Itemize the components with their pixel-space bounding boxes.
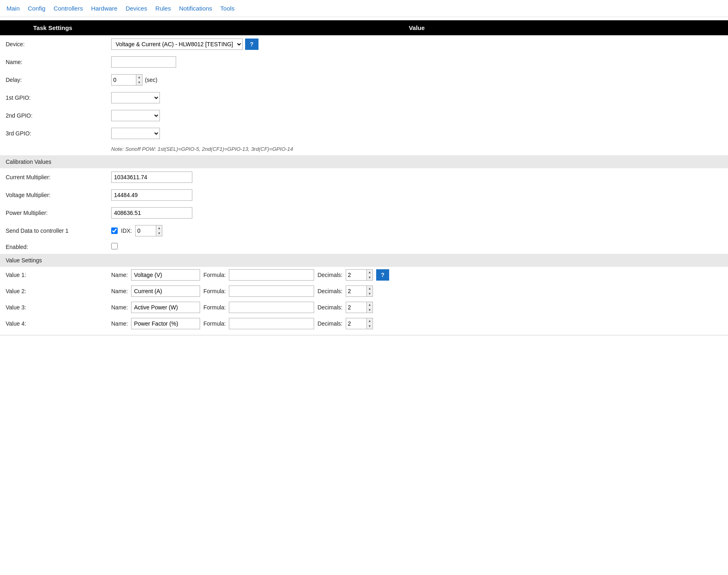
value2-decimals-label: Decimals: bbox=[317, 288, 342, 294]
device-help-button[interactable]: ? bbox=[245, 39, 258, 50]
value3-name-input[interactable] bbox=[131, 302, 200, 313]
delay-input[interactable] bbox=[112, 75, 136, 85]
device-label: Device: bbox=[0, 35, 106, 53]
gpio3-select[interactable] bbox=[111, 128, 160, 139]
nav-tools[interactable]: Tools bbox=[220, 5, 235, 12]
value2-row: Value 2: Name: Formula: Decimals: ▲ ▼ bbox=[0, 283, 728, 299]
device-row: Device: Voltage & Current (AC) - HLW8012… bbox=[0, 35, 728, 53]
idx-up-arrow[interactable]: ▲ bbox=[156, 225, 162, 231]
calibration-header-row: Calibration Values bbox=[0, 155, 728, 168]
value3-row: Value 3: Name: Formula: Decimals: ▲ ▼ bbox=[0, 299, 728, 315]
gpio2-label: 2nd GPIO: bbox=[0, 107, 106, 124]
value2-decimals-down[interactable]: ▼ bbox=[367, 291, 373, 296]
value4-row: Value 4: Name: Formula: Decimals: ▲ ▼ bbox=[0, 315, 728, 332]
idx-label: IDX: bbox=[121, 227, 132, 234]
value3-decimals-down[interactable]: ▼ bbox=[367, 307, 373, 313]
value4-value-cell: Name: Formula: Decimals: ▲ ▼ bbox=[106, 315, 728, 332]
enabled-checkbox[interactable] bbox=[111, 243, 118, 249]
value1-formula-label: Formula: bbox=[203, 272, 226, 278]
note-cell: Note: Sonoff POW: 1st(SEL)=GPIO-5, 2nd(C… bbox=[106, 142, 728, 155]
value2-formula-label: Formula: bbox=[203, 288, 226, 294]
send-data-label: Send Data to controller 1 bbox=[0, 222, 106, 240]
current-multiplier-row: Current Multiplier: bbox=[0, 168, 728, 186]
current-multiplier-label: Current Multiplier: bbox=[0, 168, 106, 186]
value2-decimals-up[interactable]: ▲ bbox=[367, 286, 373, 291]
voltage-multiplier-row: Voltage Multiplier: bbox=[0, 186, 728, 204]
send-data-checkbox[interactable] bbox=[111, 227, 118, 234]
gpio1-value-cell bbox=[106, 89, 728, 107]
idx-input[interactable] bbox=[136, 225, 156, 236]
voltage-multiplier-input[interactable] bbox=[111, 189, 192, 201]
value2-formula-input[interactable] bbox=[229, 285, 314, 297]
voltage-multiplier-label: Voltage Multiplier: bbox=[0, 186, 106, 204]
main-nav: Main Config Controllers Hardware Devices… bbox=[0, 0, 728, 17]
value4-name-label: Name: bbox=[111, 320, 128, 327]
value1-spinner-arrows: ▲ ▼ bbox=[366, 270, 373, 280]
gpio2-select[interactable] bbox=[111, 110, 160, 121]
value4-decimals-down[interactable]: ▼ bbox=[367, 324, 373, 329]
note-text: Note: Sonoff POW: 1st(SEL)=GPIO-5, 2nd(C… bbox=[111, 146, 293, 152]
value1-help-button[interactable]: ? bbox=[376, 269, 390, 281]
value2-decimals-input[interactable] bbox=[346, 286, 366, 296]
power-multiplier-row: Power Multiplier: bbox=[0, 204, 728, 222]
gpio2-row: 2nd GPIO: bbox=[0, 107, 728, 124]
value1-decimals-down[interactable]: ▼ bbox=[367, 275, 373, 280]
power-multiplier-value-cell bbox=[106, 204, 728, 222]
delay-value-cell: ▲ ▼ (sec) bbox=[106, 71, 728, 89]
value4-label: Value 4: bbox=[0, 315, 106, 332]
value3-decimals-up[interactable]: ▲ bbox=[367, 302, 373, 307]
power-multiplier-input[interactable] bbox=[111, 207, 192, 219]
value1-name-input[interactable] bbox=[131, 269, 200, 281]
name-row: Name: bbox=[0, 53, 728, 71]
current-multiplier-value-cell bbox=[106, 168, 728, 186]
value1-name-label: Name: bbox=[111, 272, 128, 278]
value4-decimals-label: Decimals: bbox=[317, 320, 342, 327]
value3-formula-label: Formula: bbox=[203, 304, 226, 311]
delay-up-arrow[interactable]: ▲ bbox=[136, 75, 142, 80]
value3-decimals-label: Decimals: bbox=[317, 304, 342, 311]
name-value-cell bbox=[106, 53, 728, 71]
device-value-cell: Voltage & Current (AC) - HLW8012 [TESTIN… bbox=[106, 35, 728, 53]
value1-formula-input[interactable] bbox=[229, 269, 314, 281]
nav-devices[interactable]: Devices bbox=[125, 5, 147, 12]
send-data-row: Send Data to controller 1 IDX: ▲ ▼ bbox=[0, 222, 728, 240]
value3-formula-input[interactable] bbox=[229, 302, 314, 313]
power-multiplier-label: Power Multiplier: bbox=[0, 204, 106, 222]
value-settings-header-row: Value Settings bbox=[0, 254, 728, 267]
send-data-value-cell: IDX: ▲ ▼ bbox=[106, 222, 728, 240]
value1-value-cell: Name: Formula: Decimals: ▲ ▼ ? bbox=[106, 267, 728, 283]
nav-controllers[interactable]: Controllers bbox=[54, 5, 83, 12]
value1-decimals-up[interactable]: ▲ bbox=[367, 270, 373, 275]
enabled-row: Enabled: bbox=[0, 240, 728, 254]
col1-header: Task Settings bbox=[0, 20, 106, 35]
current-multiplier-input[interactable] bbox=[111, 172, 192, 183]
value1-row: Value 1: Name: Formula: Decimals: ▲ ▼ ? bbox=[0, 267, 728, 283]
value4-name-input[interactable] bbox=[131, 318, 200, 329]
bottom-divider bbox=[0, 335, 728, 335]
gpio3-value-cell bbox=[106, 124, 728, 142]
device-select[interactable]: Voltage & Current (AC) - HLW8012 [TESTIN… bbox=[111, 39, 243, 50]
value4-decimals-input[interactable] bbox=[346, 318, 366, 329]
value4-spinner-arrows: ▲ ▼ bbox=[366, 318, 373, 329]
value4-decimals-up[interactable]: ▲ bbox=[367, 318, 373, 324]
nav-config[interactable]: Config bbox=[28, 5, 45, 12]
value2-value-cell: Name: Formula: Decimals: ▲ ▼ bbox=[106, 283, 728, 299]
nav-rules[interactable]: Rules bbox=[155, 5, 171, 12]
delay-spinner-arrows: ▲ ▼ bbox=[136, 75, 142, 85]
value2-name-input[interactable] bbox=[131, 285, 200, 297]
value4-formula-input[interactable] bbox=[229, 318, 314, 329]
idx-down-arrow[interactable]: ▼ bbox=[156, 231, 162, 236]
nav-notifications[interactable]: Notifications bbox=[179, 5, 212, 12]
value1-decimals-input[interactable] bbox=[346, 270, 366, 280]
delay-down-arrow[interactable]: ▼ bbox=[136, 80, 142, 85]
gpio1-label: 1st GPIO: bbox=[0, 89, 106, 107]
value3-decimals-input[interactable] bbox=[346, 302, 366, 313]
name-input[interactable] bbox=[111, 56, 176, 68]
gpio1-select[interactable] bbox=[111, 92, 160, 103]
enabled-value-cell bbox=[106, 240, 728, 254]
gpio3-row: 3rd GPIO: bbox=[0, 124, 728, 142]
value2-name-label: Name: bbox=[111, 288, 128, 294]
nav-main[interactable]: Main bbox=[6, 5, 20, 12]
value1-decimals-label: Decimals: bbox=[317, 272, 342, 278]
nav-hardware[interactable]: Hardware bbox=[91, 5, 117, 12]
